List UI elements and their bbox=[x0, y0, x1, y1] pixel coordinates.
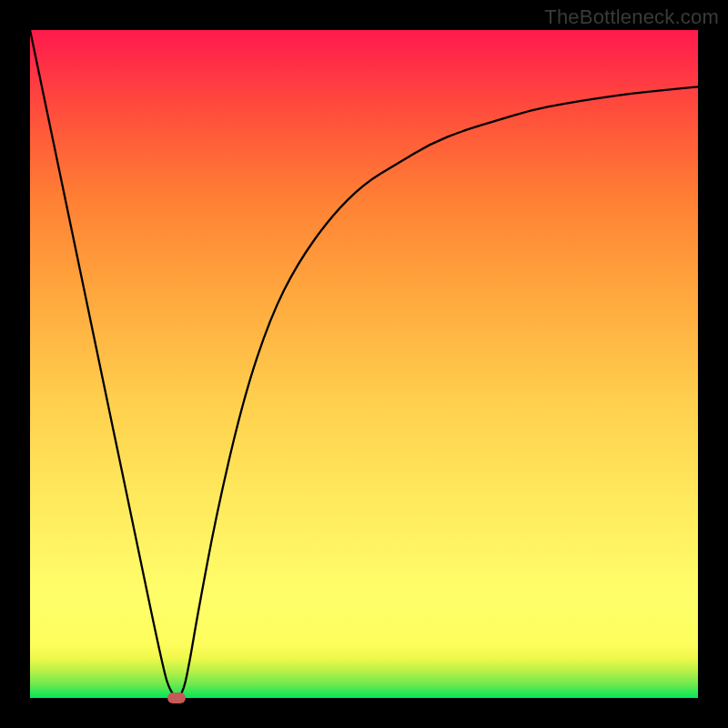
chart-frame: TheBottleneck.com bbox=[0, 0, 728, 728]
watermark-text: TheBottleneck.com bbox=[544, 5, 719, 29]
minimum-marker bbox=[167, 693, 186, 703]
bottleneck-curve bbox=[30, 30, 698, 698]
plot-area bbox=[30, 30, 698, 698]
